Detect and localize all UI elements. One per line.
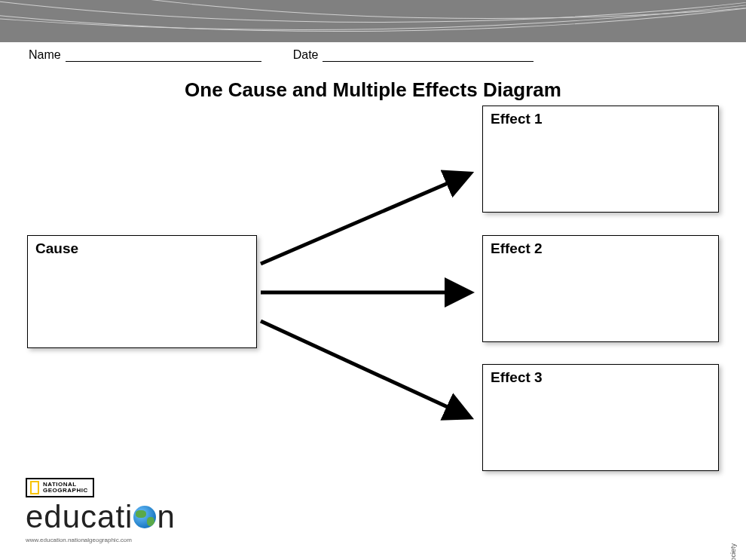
arrow-to-effect-3 xyxy=(261,321,467,416)
effect-1-label: Effect 1 xyxy=(491,111,543,127)
page-title: One Cause and Multiple Effects Diagram xyxy=(0,78,746,102)
edu-suffix: n xyxy=(157,499,175,535)
effect-1-box[interactable]: Effect 1 xyxy=(482,106,719,213)
name-date-row: Name Date xyxy=(29,48,534,62)
education-wordmark: educati n xyxy=(26,499,176,535)
effect-3-box[interactable]: Effect 3 xyxy=(482,364,719,471)
footer-url: www.education.nationalgeographic.com xyxy=(26,537,176,543)
effect-3-label: Effect 3 xyxy=(491,369,543,385)
natgeo-banner: NATIONAL GEOGRAPHIC xyxy=(26,478,94,497)
header-band xyxy=(0,0,746,42)
effect-2-label: Effect 2 xyxy=(491,240,543,256)
natgeo-rectangle-icon xyxy=(30,481,39,494)
cause-label: Cause xyxy=(35,240,78,256)
name-label: Name xyxy=(29,48,61,62)
date-label: Date xyxy=(293,48,319,62)
arrow-to-effect-1 xyxy=(261,175,467,264)
edu-prefix: educati xyxy=(26,499,133,535)
name-field-line[interactable] xyxy=(66,50,261,62)
date-field-line[interactable] xyxy=(323,50,534,62)
footer-logo: NATIONAL GEOGRAPHIC educati n www.educat… xyxy=(26,478,176,543)
globe-icon xyxy=(133,506,156,528)
copyright: © 2010 National Geographic Society xyxy=(729,543,737,560)
cause-box[interactable]: Cause xyxy=(27,235,257,348)
effect-2-box[interactable]: Effect 2 xyxy=(482,235,719,342)
brand-bottom: GEOGRAPHIC xyxy=(43,487,88,494)
